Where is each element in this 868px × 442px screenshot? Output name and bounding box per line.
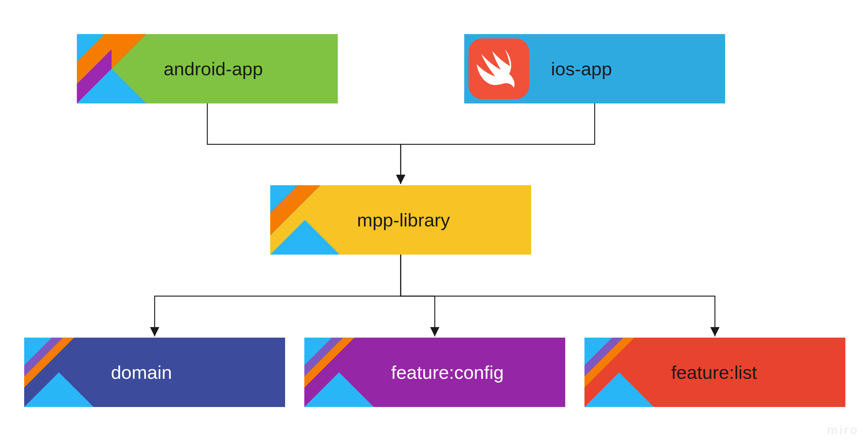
kotlin-icon <box>24 338 94 407</box>
svg-marker-47 <box>304 372 374 407</box>
node-domain: domain <box>24 338 285 407</box>
svg-marker-52 <box>585 372 654 407</box>
node-ios-app: ios-app <box>464 34 725 103</box>
kotlin-icon <box>585 338 654 407</box>
node-android-app: android-app <box>77 34 338 103</box>
svg-marker-36 <box>270 220 340 255</box>
node-label: feature:list <box>671 362 757 383</box>
node-label: ios-app <box>551 58 612 80</box>
swift-icon <box>469 38 529 99</box>
kotlin-icon <box>304 338 374 407</box>
kotlin-icon <box>77 34 146 103</box>
watermark: miro <box>827 423 859 437</box>
node-label: feature:config <box>391 362 504 383</box>
svg-marker-39 <box>24 372 94 407</box>
node-feature-list: feature:list <box>585 338 845 407</box>
node-mpp-library: mpp-library <box>270 185 531 255</box>
node-feature-config: feature:config <box>304 338 565 407</box>
node-label: domain <box>111 362 172 383</box>
node-label: mpp-library <box>357 210 450 231</box>
kotlin-icon <box>270 185 340 255</box>
node-label: android-app <box>164 58 263 80</box>
